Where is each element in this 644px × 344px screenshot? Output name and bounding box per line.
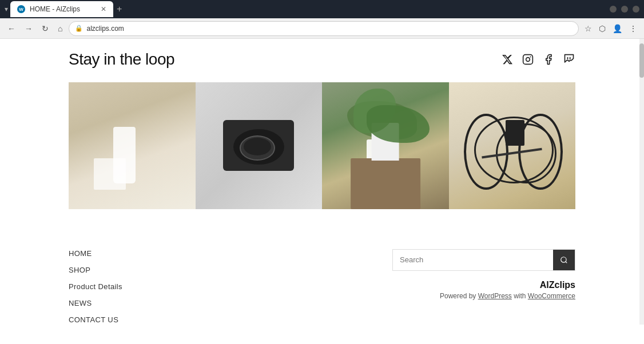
grid-image-camera[interactable] bbox=[196, 82, 323, 209]
x-twitter-icon[interactable] bbox=[501, 53, 514, 66]
bookmark-button[interactable]: ☆ bbox=[582, 23, 594, 34]
search-bar bbox=[392, 249, 575, 271]
image-grid bbox=[69, 82, 575, 209]
close-tab-button[interactable]: ✕ bbox=[101, 5, 106, 13]
address-bar-container: 🔒 bbox=[69, 21, 579, 36]
wordpress-link[interactable]: WordPress bbox=[478, 292, 512, 300]
browser-chrome: ▾ W HOME - AlZclips ✕ + ← → ↻ ⌂ 🔒 ☆ ⬡ 👤 … bbox=[0, 0, 644, 39]
maximize-button[interactable] bbox=[621, 6, 628, 13]
footer-right: AlZclips Powered by WordPress with WooCo… bbox=[392, 249, 575, 301]
browser-menu-icon[interactable]: ▾ bbox=[5, 5, 8, 13]
svg-point-5 bbox=[561, 257, 566, 262]
menu-button[interactable]: ⋮ bbox=[627, 23, 639, 34]
scrollbar[interactable] bbox=[639, 39, 644, 325]
footer-nav-product-details[interactable]: Product Details bbox=[69, 282, 122, 291]
browser-titlebar: ▾ W HOME - AlZclips ✕ + bbox=[0, 0, 644, 18]
browser-toolbar: ← → ↻ ⌂ 🔒 ☆ ⬡ 👤 ⋮ bbox=[0, 18, 644, 39]
profile-button[interactable]: 👤 bbox=[610, 23, 625, 34]
back-button[interactable]: ← bbox=[5, 23, 18, 34]
wordpress-favicon: W bbox=[17, 5, 25, 13]
brand-name: AlZclips bbox=[440, 280, 575, 290]
footer-nav-home[interactable]: HOME bbox=[69, 249, 122, 258]
page-inner: Stay in the loop bbox=[0, 39, 644, 325]
forward-button[interactable]: → bbox=[22, 23, 35, 34]
footer-brand: AlZclips Powered by WordPress with WooCo… bbox=[440, 280, 575, 301]
svg-rect-0 bbox=[523, 55, 533, 65]
svg-point-2 bbox=[530, 56, 531, 57]
extensions-button[interactable]: ⬡ bbox=[597, 23, 608, 34]
with-label: with bbox=[512, 292, 528, 300]
footer-nav-shop[interactable]: SHOP bbox=[69, 266, 122, 274]
grid-image-bicycle[interactable] bbox=[449, 82, 576, 209]
woocommerce-link[interactable]: WooCommerce bbox=[528, 292, 575, 300]
footer-nav-news[interactable]: NEWS bbox=[69, 299, 122, 307]
toolbar-right: ☆ ⬡ 👤 ⋮ bbox=[582, 23, 639, 34]
grid-image-plant[interactable] bbox=[322, 82, 449, 209]
grid-image-milk[interactable] bbox=[69, 82, 196, 209]
footer-nav-contact-us[interactable]: CONTACT US bbox=[69, 315, 122, 324]
minimize-button[interactable] bbox=[610, 6, 617, 13]
search-input[interactable] bbox=[393, 251, 553, 269]
browser-tab-active[interactable]: W HOME - AlZclips ✕ bbox=[10, 1, 113, 17]
twitch-icon[interactable] bbox=[563, 53, 575, 66]
instagram-icon[interactable] bbox=[522, 53, 534, 66]
scrollbar-thumb[interactable] bbox=[639, 43, 644, 78]
section-title: Stay in the loop bbox=[69, 50, 174, 69]
svg-point-1 bbox=[526, 58, 530, 62]
close-button[interactable] bbox=[633, 6, 639, 13]
svg-line-6 bbox=[566, 261, 567, 263]
section-header: Stay in the loop bbox=[69, 50, 575, 69]
facebook-icon[interactable] bbox=[542, 53, 555, 66]
security-icon: 🔒 bbox=[75, 25, 83, 32]
address-bar[interactable] bbox=[86, 25, 573, 33]
footer-section: HOME SHOP Product Details NEWS CONTACT U… bbox=[69, 243, 575, 324]
window-controls bbox=[610, 6, 639, 13]
new-tab-button[interactable]: + bbox=[113, 4, 125, 14]
footer-nav: HOME SHOP Product Details NEWS CONTACT U… bbox=[69, 249, 122, 324]
social-icons-row bbox=[501, 53, 575, 66]
home-button[interactable]: ⌂ bbox=[55, 23, 65, 34]
search-button[interactable] bbox=[553, 250, 575, 270]
powered-by-text: Powered by WordPress with WooCommerce bbox=[440, 292, 575, 300]
powered-by-prefix: Powered by bbox=[440, 292, 478, 300]
page-content: Stay in the loop bbox=[0, 39, 644, 325]
tab-title: HOME - AlZclips bbox=[30, 5, 80, 13]
reload-button[interactable]: ↻ bbox=[39, 23, 51, 34]
